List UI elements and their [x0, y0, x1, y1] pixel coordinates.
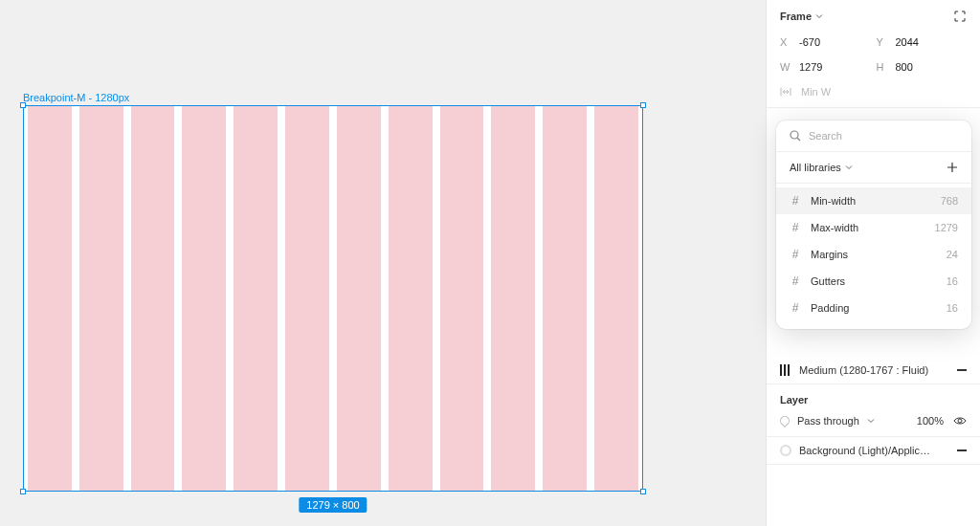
resize-handle-bl[interactable]	[20, 489, 26, 494]
remove-layout-grid-button[interactable]	[957, 369, 967, 371]
visibility-toggle-icon[interactable]	[953, 416, 967, 426]
chevron-down-icon	[845, 164, 853, 171]
chevron-down-icon	[815, 12, 823, 20]
fill-style-name[interactable]: Background (Light)/Applica...	[799, 445, 933, 456]
frame-body[interactable]	[23, 105, 643, 492]
selection-size-badge: 1279 × 800	[299, 497, 367, 513]
min-width-input[interactable]: Min W	[801, 86, 831, 98]
fill-swatch[interactable]	[780, 445, 791, 456]
variable-item-gutters[interactable]: #Gutters 16	[776, 268, 971, 295]
x-input[interactable]: -670	[799, 36, 871, 48]
search-icon	[790, 130, 801, 142]
h-label: H	[877, 61, 890, 73]
opacity-input[interactable]: 100%	[917, 415, 944, 427]
min-width-icon	[780, 87, 791, 97]
y-input[interactable]: 2044	[896, 36, 968, 48]
w-input[interactable]: 1279	[799, 61, 871, 73]
chevron-down-icon	[867, 417, 875, 425]
number-variable-icon: #	[790, 221, 801, 234]
x-label: X	[780, 36, 793, 48]
resize-handle-br[interactable]	[640, 489, 646, 494]
svg-point-0	[791, 131, 798, 139]
canvas[interactable]: Breakpoint-M - 1280px 1279 × 800	[0, 0, 766, 526]
selected-frame[interactable]: Breakpoint-M - 1280px 1279 × 800	[23, 105, 643, 492]
inspector-panel: Frame X -670 Y 2044 W 1279 H 800	[766, 0, 980, 526]
create-variable-button[interactable]	[947, 162, 958, 173]
frame-section-header[interactable]: Frame	[780, 11, 823, 22]
blend-mode-select[interactable]: Pass through	[797, 415, 859, 427]
svg-point-1	[958, 419, 962, 423]
variable-search-input[interactable]	[809, 130, 958, 142]
layout-grid-name[interactable]: Medium (1280-1767 : Fluid)	[799, 364, 928, 376]
variable-item-min-width[interactable]: #Min-width 768	[776, 187, 971, 214]
layout-grid-overlay	[24, 106, 642, 491]
libraries-dropdown[interactable]: All libraries	[790, 162, 853, 173]
variable-item-padding[interactable]: #Padding 16	[776, 295, 971, 321]
resize-handle-tr[interactable]	[640, 102, 646, 108]
resize-to-fit-icon[interactable]	[953, 10, 967, 23]
blend-mode-icon	[778, 414, 791, 427]
w-label: W	[780, 61, 793, 73]
variable-item-max-width[interactable]: #Max-width 1279	[776, 214, 971, 241]
resize-handle-tl[interactable]	[20, 102, 26, 108]
layout-grid-icon	[780, 364, 790, 376]
h-input[interactable]: 800	[896, 61, 968, 73]
number-variable-icon: #	[790, 194, 801, 208]
number-variable-icon: #	[790, 248, 801, 261]
variable-item-margins[interactable]: #Margins 24	[776, 241, 971, 268]
detach-style-button[interactable]	[957, 449, 967, 451]
variable-picker-popover: All libraries #Min-width 768 #Max-width …	[776, 121, 971, 329]
variable-list: #Min-width 768 #Max-width 1279 #Margins …	[776, 184, 971, 329]
frame-label[interactable]: Breakpoint-M - 1280px	[23, 92, 129, 103]
number-variable-icon: #	[790, 274, 801, 288]
y-label: Y	[877, 36, 890, 48]
layer-section-title: Layer	[780, 394, 808, 405]
number-variable-icon: #	[790, 301, 801, 315]
